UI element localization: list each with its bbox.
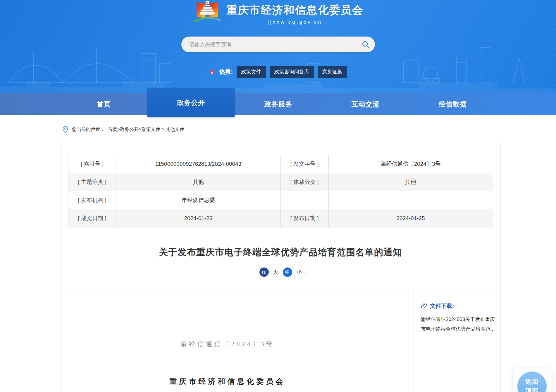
download-heading-row: 文件下载:: [421, 302, 499, 310]
nav-item-interaction[interactable]: 互动交流: [322, 93, 409, 115]
font-size-controls: tT 大 中 小: [256, 266, 306, 278]
hot-search-row: 热搜: 政策文件 政策咨询问答库 意见征集: [0, 66, 556, 78]
font-size-icon[interactable]: tT: [259, 267, 269, 277]
table-row: [ 成文日期 ] 2024-01-23 [ 发布日期 ] 2024-01-25: [68, 209, 493, 227]
nav-item-gov-disclosure[interactable]: 政务公开: [147, 88, 235, 117]
breadcrumb-path[interactable]: 首页>政务公开>政策文件 > 其他文件: [108, 127, 184, 133]
meta-value-cell: 其他: [328, 173, 493, 191]
hot-search-label: 热搜:: [219, 68, 233, 76]
search-icon: [361, 40, 370, 49]
download-sidebar: 文件下载: 渝经信通信2024003关于发布重庆市电子终端全球优势产品培育范..…: [414, 289, 500, 392]
cityscape-decoration: [0, 20, 556, 93]
main-nav: 首页 政务公开 政务服务 互动交流 经信数据: [0, 93, 556, 115]
back-to-top-label-line2: 顶部: [525, 386, 539, 392]
meta-label-cell: [ 成文日期 ]: [68, 209, 116, 227]
meta-label-cell: [ 索引号 ]: [68, 155, 116, 173]
font-size-small-button[interactable]: 小: [297, 269, 302, 276]
search-box: [181, 37, 375, 52]
meta-label-cell: [ 体裁分类 ]: [280, 173, 328, 191]
content-panel: [ 索引号 ] 11500000009276281J/2024-00043 [ …: [60, 142, 501, 392]
meta-table: [ 索引号 ] 11500000009276281J/2024-00043 [ …: [68, 155, 493, 227]
download-file-link[interactable]: 渝经信通信2024003关于发布重庆市电子终端全球优势产品培育范...: [421, 315, 499, 334]
meta-label-cell: [ 主题分类 ]: [68, 173, 116, 191]
paperclip-icon: [421, 303, 427, 309]
font-size-large-button[interactable]: 大: [273, 269, 278, 276]
back-to-top-label-line1: 返回: [525, 377, 539, 386]
search-button[interactable]: [361, 40, 370, 49]
meta-label-cell: [ 发文字号 ]: [280, 155, 328, 173]
hot-item-policy-documents[interactable]: 政策文件: [237, 66, 266, 78]
site-brand[interactable]: 重庆市经济和信息化委员会 jjxxw.cq.gov.cn: [0, 0, 556, 25]
site-header: 重庆市经济和信息化委员会 jjxxw.cq.gov.cn 热搜: 政策文件 政策…: [0, 0, 556, 93]
meta-label-cell: [ 发布机构 ]: [68, 191, 116, 209]
hot-item-policy-qa-bank[interactable]: 政策咨询问答库: [270, 66, 314, 78]
document-signature: 重庆市经济和信息化委员会: [51, 377, 404, 386]
meta-value-cell: 其他: [116, 173, 280, 191]
document-view: 渝经信通信〔2024〕3号 重庆市经济和信息化委员会: [61, 289, 414, 392]
breadcrumb: 您当前的位置： 首页>政务公开>政策文件 > 其他文件: [62, 125, 556, 134]
search-input[interactable]: [181, 37, 375, 52]
meta-value-cell: 2024-01-23: [116, 209, 280, 227]
breadcrumb-prefix: 您当前的位置：: [72, 127, 105, 133]
table-row: [ 发布机构 ] 市经济信息委: [68, 191, 493, 209]
site-logo-icon: [193, 1, 222, 25]
nav-item-economic-data[interactable]: 经信数据: [409, 93, 496, 115]
flame-icon: [209, 68, 215, 75]
hot-item-opinion-collection[interactable]: 意见征集: [318, 66, 347, 78]
table-row: [ 主题分类 ] 其他 [ 体裁分类 ] 其他: [68, 173, 493, 191]
meta-value-cell: [328, 191, 493, 209]
meta-value-cell: 渝经信通信〔2024〕3号: [328, 155, 493, 173]
article-body: 渝经信通信〔2024〕3号 重庆市经济和信息化委员会 文件下载: 渝经信通信20…: [61, 289, 500, 392]
meta-value-cell: 11500000009276281J/2024-00043: [116, 155, 280, 173]
location-pin-icon: [62, 126, 69, 134]
nav-item-gov-services[interactable]: 政务服务: [235, 93, 322, 115]
font-size-medium-button[interactable]: 中: [283, 267, 292, 277]
meta-label-cell: [280, 191, 328, 209]
table-row: [ 索引号 ] 11500000009276281J/2024-00043 [ …: [68, 155, 493, 173]
meta-value-cell: 2024-01-25: [328, 209, 493, 227]
document-number: 渝经信通信〔2024〕3号: [51, 340, 404, 348]
site-url: jjxxw.cq.gov.cn: [268, 19, 322, 25]
meta-value-cell: 市经济信息委: [116, 191, 280, 209]
article-title: 关于发布重庆市电子终端全球优势产品培育范围名单的通知: [61, 246, 500, 258]
nav-item-home[interactable]: 首页: [60, 93, 147, 115]
download-heading: 文件下载:: [430, 302, 454, 310]
meta-label-cell: [ 发布日期 ]: [280, 209, 328, 227]
site-title: 重庆市经济和信息化委员会: [227, 3, 364, 18]
